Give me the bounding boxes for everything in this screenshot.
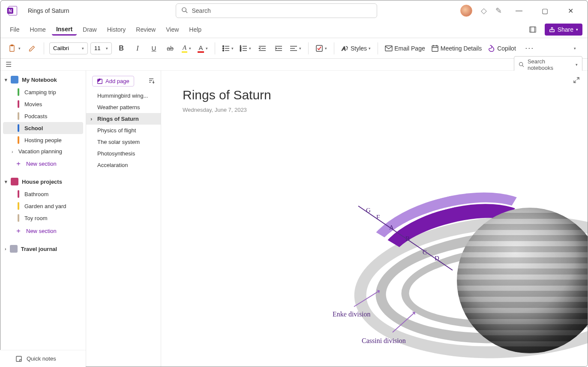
svg-text:3: 3 <box>240 49 241 52</box>
svg-point-3 <box>182 7 186 11</box>
more-commands-button[interactable]: ··· <box>523 42 537 55</box>
section-toy-room[interactable]: Toy room <box>3 212 83 224</box>
page-acceleration[interactable]: Accelaration <box>86 159 161 171</box>
page-list: Add page Hummingbird wing... Weather pat… <box>86 71 161 367</box>
svg-line-44 <box>577 78 579 80</box>
nav-pane-toggle-icon[interactable]: ☰ <box>6 60 12 69</box>
svg-line-4 <box>186 11 187 13</box>
menu-draw[interactable]: Draw <box>78 24 101 36</box>
minimize-button[interactable]: — <box>510 4 528 18</box>
menu-view[interactable]: View <box>162 24 183 36</box>
svg-line-46 <box>358 206 453 270</box>
page-canvas[interactable]: Rings of Saturn Wednesday, June 7, 2023 … <box>161 71 588 367</box>
new-section-button-2[interactable]: ＋New section <box>0 224 86 238</box>
section-movies[interactable]: Movies <box>3 98 83 110</box>
section-podcasts[interactable]: Podcasts <box>3 110 83 122</box>
svg-line-45 <box>574 81 576 83</box>
font-color-button[interactable]: A▾ <box>196 42 210 55</box>
title-bar: N Rings of Saturn Search ◇ ✎ — ▢ ✕ <box>0 0 588 21</box>
saturn-illustration: G F A B C D Enke division Cassini divisi… <box>337 199 588 367</box>
maximize-button[interactable]: ▢ <box>536 4 553 18</box>
svg-rect-34 <box>432 46 438 51</box>
section-vacation-planning[interactable]: ›Vacation planning <box>3 146 83 157</box>
menu-bar: File Home Insert Draw History Review Vie… <box>0 21 588 38</box>
section-school[interactable]: School <box>3 122 83 134</box>
svg-rect-47 <box>16 356 21 361</box>
svg-point-12 <box>223 48 224 49</box>
user-avatar[interactable] <box>460 5 472 17</box>
expand-page-icon[interactable] <box>573 77 580 85</box>
svg-point-14 <box>223 50 224 51</box>
bullets-button[interactable]: ▾ <box>220 42 235 55</box>
svg-rect-6 <box>531 27 534 32</box>
search-icon <box>181 7 188 15</box>
underline-button[interactable]: U <box>147 42 161 55</box>
numbering-button[interactable]: 123▾ <box>238 42 253 55</box>
italic-button[interactable]: I <box>131 42 144 55</box>
svg-point-38 <box>519 63 523 66</box>
share-label: Share <box>558 26 573 33</box>
section-hosting-people[interactable]: Hosting people <box>3 134 83 146</box>
page-weather-patterns[interactable]: Weather patterns <box>86 101 161 113</box>
meeting-details-button[interactable]: Meeting Details <box>429 42 484 55</box>
collapse-ribbon-button[interactable]: ▾ <box>568 42 582 55</box>
highlight-button[interactable]: A▾ <box>180 42 193 55</box>
page-hummingbird[interactable]: Hummingbird wing... <box>86 90 161 101</box>
font-size-combo[interactable]: 11▾ <box>90 42 112 54</box>
menu-help[interactable]: Help <box>185 24 206 36</box>
page-solar-system[interactable]: The solar system <box>86 136 161 148</box>
notebook-my-notebook[interactable]: ▾My Notebook <box>0 73 86 86</box>
window-title: Rings of Saturn <box>28 7 69 14</box>
ribbon-toolbar: ▾ Cailbri▾ 11▾ B I U ab A▾ A▾ ▾ 123▾ ▾ ▾… <box>0 38 588 59</box>
styles-button[interactable]: AStyles▾ <box>339 42 372 55</box>
outdent-button[interactable] <box>255 42 269 55</box>
svg-text:A: A <box>342 45 346 52</box>
font-name-combo[interactable]: Cailbri▾ <box>49 42 88 54</box>
menu-insert[interactable]: Insert <box>52 23 77 36</box>
page-photosynthesis[interactable]: Photosynthesis <box>86 148 161 159</box>
add-page-button[interactable]: Add page <box>92 76 134 87</box>
diamond-icon[interactable]: ◇ <box>481 6 487 15</box>
sort-pages-icon[interactable] <box>148 77 155 86</box>
onenote-icon: N <box>4 2 21 19</box>
new-section-button-1[interactable]: ＋New section <box>0 157 86 171</box>
email-page-button[interactable]: Email Page <box>383 42 427 55</box>
notebook-travel-journal[interactable]: ›Travel journal <box>0 242 86 255</box>
notebook-nav: ▾My Notebook Camping trip Movies Podcast… <box>0 71 86 367</box>
strikethrough-button[interactable]: ab <box>163 42 177 55</box>
global-search[interactable]: Search <box>176 3 377 18</box>
menu-file[interactable]: File <box>6 24 24 36</box>
menu-review[interactable]: Review <box>132 24 160 36</box>
align-button[interactable]: ▾ <box>288 42 303 55</box>
page-title[interactable]: Rings of Saturn <box>183 88 570 102</box>
fullscreen-reading-icon[interactable] <box>526 23 540 36</box>
menu-history[interactable]: History <box>103 24 130 36</box>
svg-rect-8 <box>10 45 14 51</box>
section-camping-trip[interactable]: Camping trip <box>3 86 83 98</box>
svg-point-10 <box>223 45 224 47</box>
annotation-enke: Enke division <box>333 310 370 318</box>
svg-text:N: N <box>9 8 12 13</box>
menu-home[interactable]: Home <box>26 24 50 36</box>
close-button[interactable]: ✕ <box>562 4 579 18</box>
paste-button[interactable]: ▾ <box>6 42 22 55</box>
share-button[interactable]: Share ▾ <box>545 24 582 36</box>
page-date: Wednesday, June 7, 2023 <box>183 107 570 113</box>
pen-sparkle-icon[interactable]: ✎ <box>495 6 502 15</box>
annotation-cassini: Cassini division <box>362 337 406 345</box>
svg-rect-9 <box>11 45 13 46</box>
notebook-house-projects[interactable]: ▾House projects <box>0 175 86 188</box>
section-bathroom[interactable]: Bathroom <box>3 188 83 200</box>
search-placeholder: Search <box>192 7 211 14</box>
bold-button[interactable]: B <box>114 42 128 55</box>
indent-button[interactable] <box>272 42 285 55</box>
page-rings-of-saturn[interactable]: Rings of Saturn <box>86 113 161 125</box>
copilot-button[interactable]: Copilot <box>486 42 518 55</box>
page-physics-of-flight[interactable]: Physics of flight <box>86 125 161 136</box>
quick-notes-button[interactable]: Quick notes <box>0 350 86 367</box>
format-painter-button[interactable] <box>25 42 39 55</box>
todo-tag-button[interactable]: ▾ <box>314 42 329 55</box>
svg-line-39 <box>522 66 524 67</box>
svg-rect-33 <box>385 46 392 51</box>
section-garden-yard[interactable]: Garden and yard <box>3 200 83 212</box>
